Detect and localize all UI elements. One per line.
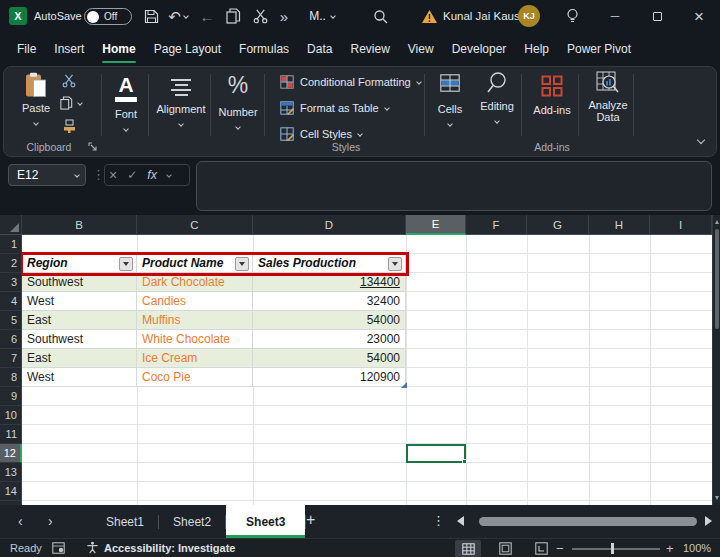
tab-review[interactable]: Review [341,32,398,66]
sheet-tab-sheet3[interactable]: Sheet3 [226,505,305,538]
row-header-1[interactable]: 1 [0,235,22,254]
alignment-group-button[interactable]: Alignment [152,76,210,129]
sheet-tab-sheet2[interactable]: Sheet2 [159,505,225,538]
cell-region[interactable]: West [22,292,137,311]
minimize-button[interactable]: ─ [598,0,632,32]
row-header-14[interactable]: 14 [0,482,22,501]
vertical-scroll-thumb[interactable] [715,229,719,329]
row-header-11[interactable]: 11 [0,425,22,444]
cell-product[interactable]: Candies [137,292,253,311]
row-header-13[interactable]: 13 [0,463,22,482]
next-sheet-arrow-icon[interactable]: › [48,513,53,529]
font-group-button[interactable]: A Font [104,74,148,134]
tab-developer[interactable]: Developer [443,32,516,66]
row-header-7[interactable]: 7 [0,349,22,368]
analyze-data-button[interactable]: Analyze Data [582,71,634,123]
cell-region[interactable]: Southwest [22,330,137,349]
row-header-8[interactable]: 8 [0,368,22,387]
cell-sales[interactable]: 134400 [253,273,406,292]
macro-record-button[interactable] [52,542,65,556]
fill-handle[interactable] [462,459,467,464]
cell-styles-button[interactable]: Cell Styles [280,127,362,141]
filter-dropdown-button[interactable] [388,257,402,271]
prev-sheet-arrow-icon[interactable]: ‹ [18,513,23,529]
column-header-C[interactable]: C [137,215,253,235]
tab-data[interactable]: Data [298,32,341,66]
tab-power-pivot[interactable]: Power Pivot [558,32,640,66]
row-header-10[interactable]: 10 [0,406,22,425]
column-header-I[interactable]: I [650,215,712,235]
cell-sales[interactable]: 54000 [253,349,406,368]
maximize-button[interactable] [640,0,674,32]
search-button[interactable] [368,0,392,32]
table-resize-corner-icon[interactable] [401,382,407,388]
cut-ribbon-button[interactable] [62,74,76,91]
addins-button[interactable]: Add-ins [526,75,578,116]
row-header-2[interactable]: 2 [0,254,22,273]
cells-group-button[interactable]: Cells [428,74,472,129]
back-button[interactable]: ← [196,0,218,32]
cell-sales[interactable]: 120900 [253,368,406,387]
new-sheet-button[interactable]: + [306,511,315,529]
tab-view[interactable]: View [399,32,443,66]
cell-sales[interactable]: 54000 [253,311,406,330]
excel-app-icon[interactable]: X [9,7,27,25]
row-header-3[interactable]: 3 [0,273,22,292]
row-header-4[interactable]: 4 [0,292,22,311]
autosave-toggle[interactable]: Off [84,8,132,25]
editing-group-button[interactable]: Editing [474,71,520,126]
document-menu[interactable]: M.. [300,0,344,32]
vertical-scrollbar[interactable] [712,215,720,505]
zoom-in-button[interactable]: + [666,541,674,556]
alert-indicator[interactable] [418,0,440,32]
clipboard-dialog-launcher[interactable] [88,141,98,155]
select-all-corner[interactable] [0,215,22,235]
horizontal-scrollbar[interactable] [475,517,699,527]
cell-product[interactable]: Coco Pie [137,368,253,387]
undo-button[interactable]: ↶ [164,0,192,32]
cells-area[interactable]: Region Product Name Sales Production Sou… [22,235,712,505]
close-button[interactable]: × [682,0,716,32]
zoom-level[interactable]: 100% [683,542,711,554]
normal-view-button[interactable] [455,540,481,557]
cell-product[interactable]: Dark Chocolate [137,273,253,292]
row-header-12[interactable]: 12 [0,444,22,463]
tab-insert[interactable]: Insert [45,32,93,66]
column-header-H[interactable]: H [589,215,650,235]
tell-me-button[interactable] [560,0,584,32]
tab-formulas[interactable]: Formulas [230,32,298,66]
selected-cell-E12[interactable] [406,444,466,463]
tab-home[interactable]: Home [93,32,144,66]
row-header-6[interactable]: 6 [0,330,22,349]
enter-check-icon[interactable]: ✓ [127,168,137,182]
copy-ribbon-button[interactable] [60,96,82,110]
cell-product[interactable]: Muffins [137,311,253,330]
tab-page-layout[interactable]: Page Layout [145,32,230,66]
zoom-slider[interactable] [572,548,660,550]
collapse-ribbon-chevron-icon[interactable] [697,136,705,144]
tab-bar-menu-button[interactable]: ⋮ [432,513,445,528]
copy-button[interactable] [221,0,245,32]
tab-help[interactable]: Help [515,32,558,66]
format-painter-button[interactable] [62,119,77,137]
horizontal-scroll-thumb[interactable] [479,517,697,526]
scroll-up-arrow-icon[interactable] [715,220,719,224]
page-layout-view-button[interactable] [492,540,518,557]
scroll-down-arrow-icon[interactable] [715,496,719,500]
column-header-G[interactable]: G [527,215,589,235]
number-group-button[interactable]: % Number [214,74,262,132]
cut-button[interactable] [248,0,272,32]
cell-region[interactable]: East [22,311,137,330]
hscroll-right-arrow-icon[interactable] [705,516,712,526]
cell-sales[interactable]: 23000 [253,330,406,349]
column-header-D[interactable]: D [253,215,406,235]
row-header-5[interactable]: 5 [0,311,22,330]
formula-bar-input[interactable] [196,161,712,211]
cell-product[interactable]: White Chocolate [137,330,253,349]
row-header-9[interactable]: 9 [0,387,22,406]
tab-file[interactable]: File [8,32,45,66]
cell-region[interactable]: East [22,349,137,368]
conditional-formatting-button[interactable]: Conditional Formatting [280,75,421,89]
zoom-slider-thumb[interactable] [611,543,614,554]
column-header-B[interactable]: B [22,215,137,235]
